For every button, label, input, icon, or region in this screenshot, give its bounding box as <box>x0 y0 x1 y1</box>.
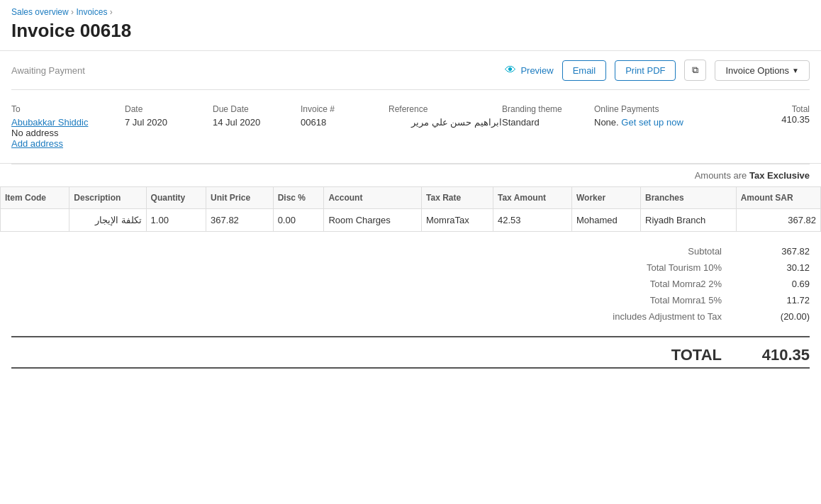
meta-total-label: Total <box>722 104 810 114</box>
cell-account: Room Charges <box>324 209 422 232</box>
preview-button[interactable]: 👁 Preview <box>505 64 553 77</box>
invoice-options-label: Invoice Options <box>725 65 789 76</box>
cell-worker: Mohamed <box>571 209 640 232</box>
breadcrumb-invoices[interactable]: Invoices <box>76 7 107 17</box>
email-button[interactable]: Email <box>562 60 607 81</box>
cell-unit-price: 367.82 <box>206 209 274 232</box>
amounts-note: Amounts are Tax Exclusive <box>0 164 821 186</box>
breadcrumb: Sales overview › Invoices › <box>0 0 821 17</box>
meta-branding-value: Standard <box>502 117 594 128</box>
momra1-label: Total Momra1 5% <box>597 295 739 306</box>
momra1-row: Total Momra1 5% 11.72 <box>11 292 810 308</box>
amounts-note-tax-type: Tax Exclusive <box>749 170 810 181</box>
breadcrumb-sales-overview[interactable]: Sales overview <box>11 7 69 17</box>
meta-no-address: No address <box>11 128 125 138</box>
meta-reference: Reference ابراهيم حسن علي مرير <box>389 104 502 149</box>
add-address-link[interactable]: Add address <box>11 138 63 149</box>
amounts-note-prefix: Amounts are <box>695 170 747 181</box>
meta-to: To Abubakkar Shiddic No address Add addr… <box>11 104 125 149</box>
online-payments-none: None. <box>594 117 619 128</box>
meta-total: Total 410.35 <box>722 104 810 149</box>
meta-reference-value: ابراهيم حسن علي مرير <box>389 117 502 128</box>
col-unit-price: Unit Price <box>206 187 274 209</box>
col-worker: Worker <box>571 187 640 209</box>
totals-section: Subtotal 367.82 Total Tourism 10% 30.12 … <box>0 232 821 336</box>
table-row: تكلفة الإيجار 1.00 367.82 0.00 Room Char… <box>1 209 821 232</box>
tourism-row: Total Tourism 10% 30.12 <box>11 259 810 276</box>
cell-description: تكلفة الإيجار <box>69 209 146 232</box>
meta-customer-name[interactable]: Abubakkar Shiddic <box>11 117 125 128</box>
momra1-value: 11.72 <box>739 295 810 306</box>
col-description: Description <box>69 187 146 209</box>
meta-online-payments: Online Payments None. Get set up now <box>594 104 722 149</box>
col-tax-rate: Tax Rate <box>422 187 493 209</box>
momra2-value: 0.69 <box>739 279 810 289</box>
meta-branding-theme: Branding theme Standard <box>502 104 594 149</box>
subtotal-row: Subtotal 367.82 <box>11 243 810 259</box>
chevron-down-icon: ▼ <box>792 67 799 74</box>
cell-amount-sar: 367.82 <box>736 209 820 232</box>
meta-date: Date 7 Jul 2020 <box>125 104 213 149</box>
meta-online-payments-label: Online Payments <box>594 104 722 114</box>
invoice-meta: To Abubakkar Shiddic No address Add addr… <box>0 90 821 164</box>
meta-add-address[interactable]: Add address <box>11 138 125 149</box>
subtotal-label: Subtotal <box>597 246 739 257</box>
momra2-row: Total Momra2 2% 0.69 <box>11 276 810 292</box>
cell-branches: Riyadh Branch <box>641 209 737 232</box>
meta-to-label: To <box>11 104 125 114</box>
meta-invoice-num: Invoice # 00618 <box>301 104 389 149</box>
adjustment-label: includes Adjustment to Tax <box>597 311 739 322</box>
col-item-code: Item Code <box>1 187 69 209</box>
meta-due-date: Due Date 14 Jul 2020 <box>213 104 301 149</box>
subtotal-value: 367.82 <box>739 246 810 257</box>
adjustment-row: includes Adjustment to Tax (20.00) <box>11 308 810 325</box>
total-final-value: 410.35 <box>739 346 810 364</box>
invoice-table: Item Code Description Quantity Unit Pric… <box>0 186 821 232</box>
col-disc-pct: Disc % <box>273 187 324 209</box>
table-header-row: Item Code Description Quantity Unit Pric… <box>1 187 821 209</box>
meta-invoice-num-value: 00618 <box>301 117 389 128</box>
tourism-value: 30.12 <box>739 262 810 273</box>
momra2-label: Total Momra2 2% <box>597 279 739 289</box>
meta-date-label: Date <box>125 104 213 114</box>
copy-button[interactable]: ⧉ <box>684 60 706 81</box>
cell-tax-amount: 42.53 <box>493 209 571 232</box>
meta-due-date-label: Due Date <box>213 104 301 114</box>
invoice-options-button[interactable]: Invoice Options ▼ <box>715 60 810 81</box>
print-pdf-button[interactable]: Print PDF <box>615 60 676 81</box>
meta-total-value: 410.35 <box>722 114 810 125</box>
cell-disc-pct: 0.00 <box>273 209 324 232</box>
meta-due-date-value: 14 Jul 2020 <box>213 117 301 128</box>
col-quantity: Quantity <box>146 187 206 209</box>
preview-label: Preview <box>520 65 553 76</box>
status-bar: Awaiting Payment 👁 Preview Email Print P… <box>0 51 821 89</box>
meta-date-value: 7 Jul 2020 <box>125 117 213 128</box>
cell-quantity: 1.00 <box>146 209 206 232</box>
col-tax-amount: Tax Amount <box>493 187 571 209</box>
col-amount-sar: Amount SAR <box>736 187 820 209</box>
customer-link[interactable]: Abubakkar Shiddic <box>11 117 88 128</box>
eye-icon: 👁 <box>505 64 516 77</box>
meta-branding-label: Branding theme <box>502 104 594 114</box>
meta-invoice-num-label: Invoice # <box>301 104 389 114</box>
get-set-up-link[interactable]: Get set up now <box>621 117 683 128</box>
tourism-label: Total Tourism 10% <box>597 262 739 273</box>
adjustment-value: (20.00) <box>739 311 810 322</box>
breadcrumb-sep2: › <box>110 7 113 17</box>
meta-reference-label: Reference <box>389 104 502 114</box>
cell-item-code <box>1 209 69 232</box>
col-account: Account <box>324 187 422 209</box>
col-branches: Branches <box>641 187 737 209</box>
cell-tax-rate: MomraTax <box>422 209 493 232</box>
meta-online-payments-value: None. Get set up now <box>594 117 722 128</box>
status-badge: Awaiting Payment <box>11 65 496 76</box>
invoice-table-container: Item Code Description Quantity Unit Pric… <box>0 186 821 232</box>
page-title: Invoice 00618 <box>0 17 821 51</box>
total-final-label: TOTAL <box>583 346 739 364</box>
